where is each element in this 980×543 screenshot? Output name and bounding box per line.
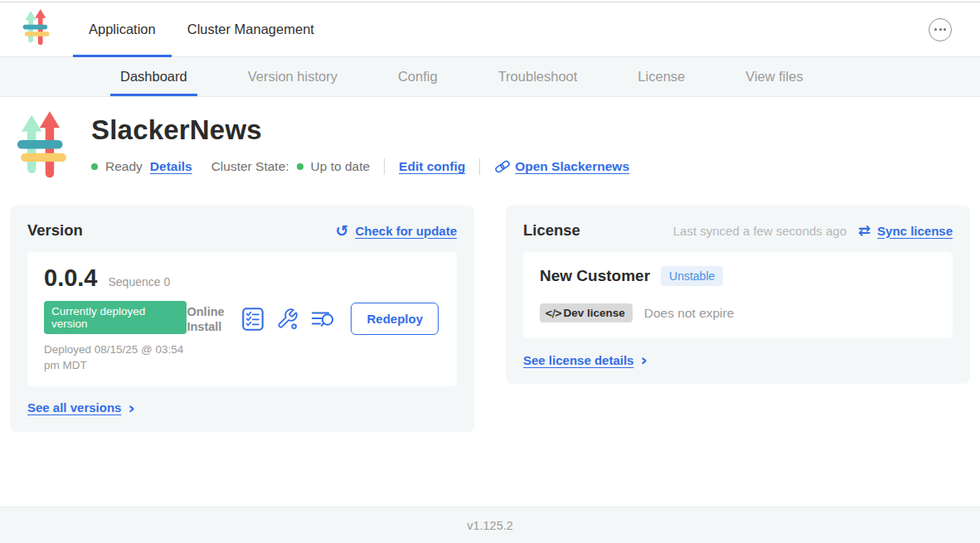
- dashboard-cards: Version ↺ Check for update 0.0.4 Sequenc…: [0, 206, 980, 432]
- chevron-right-icon: ›: [128, 400, 134, 416]
- open-app-link-label: Open Slackernews: [515, 159, 629, 174]
- see-all-versions-link[interactable]: See all versions: [27, 400, 121, 415]
- version-card-title: Version: [27, 221, 83, 240]
- app-status-row: Ready Details Cluster State: Up to date …: [91, 158, 629, 175]
- tab-troubleshoot-label: Troubleshoot: [498, 69, 578, 85]
- tab-config[interactable]: Config: [398, 57, 438, 96]
- tab-license-label: License: [638, 69, 685, 85]
- app-logo-icon: [17, 111, 71, 181]
- license-panel: New Customer Unstable </> Dev license Do…: [523, 252, 953, 338]
- footer: v1.125.2: [0, 507, 980, 543]
- sub-nav: Dashboard Version history Config Trouble…: [0, 57, 980, 97]
- license-type-label: Dev license: [563, 307, 624, 319]
- config-wrench-icon[interactable]: [276, 308, 298, 330]
- cluster-state-label: Cluster State:: [211, 159, 289, 174]
- version-card: Version ↺ Check for update 0.0.4 Sequenc…: [10, 206, 474, 432]
- chevron-right-icon: ›: [640, 351, 647, 368]
- cluster-state-value: Up to date: [311, 159, 371, 174]
- app-status-text: Ready: [105, 159, 143, 174]
- tab-cluster-management-label: Cluster Management: [187, 22, 314, 37]
- check-for-update-link[interactable]: Check for update: [355, 224, 457, 238]
- sync-arrows-icon: ⇄: [858, 223, 871, 238]
- tab-view-files[interactable]: View files: [745, 57, 803, 96]
- top-nav: Application Cluster Management: [0, 2, 980, 57]
- current-version-panel: 0.0.4 Sequence 0 Currently deployed vers…: [27, 252, 457, 386]
- last-synced-text: Last synced a few seconds ago: [673, 224, 847, 238]
- license-card-title: License: [523, 221, 580, 240]
- app-status-dot-icon: [91, 163, 98, 170]
- version-number: 0.0.4: [44, 264, 98, 292]
- deployed-timestamp: Deployed 08/15/25 @ 03:54 pm MDT: [44, 342, 187, 374]
- brand: [22, 2, 52, 56]
- code-icon: </>: [545, 308, 561, 319]
- tab-dashboard[interactable]: Dashboard: [120, 57, 187, 96]
- slackernews-logo-icon: [22, 9, 52, 50]
- tab-application-label: Application: [89, 22, 156, 37]
- tab-license[interactable]: License: [638, 57, 685, 96]
- license-type-badge: </> Dev license: [540, 303, 633, 322]
- refresh-icon: ↺: [336, 223, 349, 239]
- ellipsis-menu-icon[interactable]: [929, 18, 952, 41]
- app-header: SlackerNews Ready Details Cluster State:…: [0, 97, 980, 181]
- see-license-details-link[interactable]: See license details: [523, 353, 633, 367]
- sequence-label: Sequence 0: [109, 275, 171, 288]
- preflight-checks-icon[interactable]: [242, 308, 264, 331]
- tab-application[interactable]: Application: [73, 2, 172, 56]
- divider: [384, 158, 385, 175]
- open-app-link[interactable]: Open Slackernews: [494, 158, 629, 175]
- tab-cluster-management[interactable]: Cluster Management: [172, 2, 330, 56]
- cluster-state-dot-icon: [297, 163, 303, 170]
- edit-config-link[interactable]: Edit config: [399, 159, 465, 174]
- page-title: SlackerNews: [91, 114, 629, 146]
- customer-name: New Customer: [540, 267, 650, 285]
- tab-troubleshoot[interactable]: Troubleshoot: [498, 57, 578, 96]
- tab-dashboard-label: Dashboard: [120, 69, 187, 85]
- divider: [479, 158, 480, 175]
- tab-version-history[interactable]: Version history: [248, 57, 337, 96]
- top-tabs: Application Cluster Management: [73, 2, 330, 56]
- tab-view-files-label: View files: [745, 69, 803, 85]
- tab-config-label: Config: [398, 69, 438, 85]
- tab-version-history-label: Version history: [248, 69, 337, 85]
- install-type-label: Online Install: [187, 304, 230, 334]
- deployed-status-badge: Currently deployed version: [44, 301, 187, 334]
- link-chain-icon: [494, 158, 511, 175]
- license-expiration: Does not expire: [644, 306, 735, 321]
- console-version: v1.125.2: [467, 519, 513, 532]
- details-link[interactable]: Details: [150, 159, 192, 174]
- channel-badge: Unstable: [661, 266, 723, 286]
- redeploy-button[interactable]: Redeploy: [351, 303, 439, 335]
- deploy-logs-icon[interactable]: [311, 308, 336, 330]
- license-card: License Last synced a few seconds ago ⇄ …: [506, 206, 970, 384]
- sync-license-link[interactable]: Sync license: [877, 224, 953, 238]
